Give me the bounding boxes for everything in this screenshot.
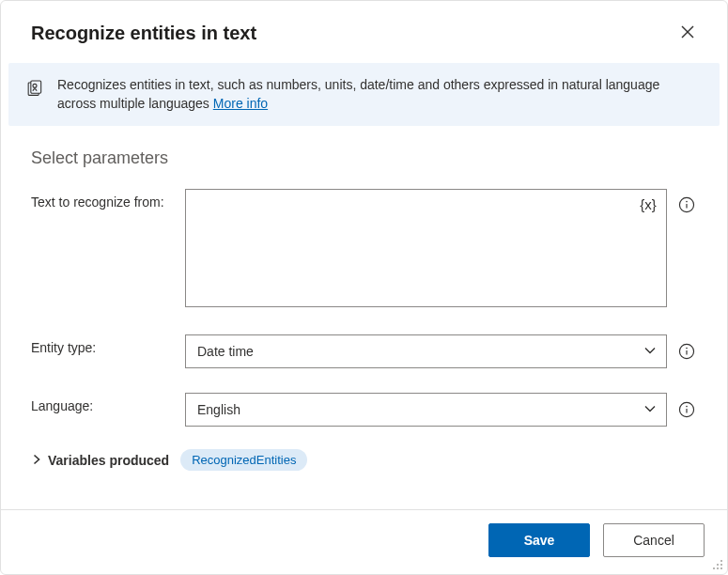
parameters-section: Select parameters Text to recognize from…	[1, 126, 727, 478]
close-icon	[681, 25, 694, 41]
dialog-header: Recognize entities in text	[1, 1, 727, 57]
dialog-footer: Save Cancel	[1, 509, 727, 574]
variables-produced-label: Variables produced	[48, 453, 169, 468]
svg-point-17	[717, 567, 719, 569]
entity-type-select[interactable]: Date time	[185, 334, 667, 368]
entities-icon	[25, 78, 44, 100]
insert-variable-button[interactable]: {x}	[635, 193, 661, 215]
resize-grip-icon[interactable]	[712, 559, 723, 570]
dialog-title: Recognize entities in text	[31, 23, 256, 44]
entity-type-value: Date time	[197, 344, 254, 359]
save-button[interactable]: Save	[488, 523, 590, 557]
svg-point-15	[717, 564, 719, 566]
svg-point-13	[720, 560, 722, 562]
close-button[interactable]	[673, 18, 703, 48]
language-select[interactable]: English	[185, 393, 667, 427]
language-value: English	[197, 402, 240, 417]
row-entity-type: Entity type: Date time	[31, 334, 697, 368]
info-banner-text: Recognizes entities in text, such as num…	[57, 76, 701, 113]
chevron-down-icon	[643, 402, 657, 418]
chevron-right-icon	[31, 453, 42, 468]
section-heading: Select parameters	[31, 148, 697, 168]
more-info-link[interactable]: More info	[213, 96, 268, 111]
text-to-recognize-field-wrap: {x}	[185, 189, 667, 310]
svg-point-18	[713, 567, 715, 569]
row-text-to-recognize: Text to recognize from: {x}	[31, 189, 697, 310]
svg-point-6	[686, 201, 688, 203]
label-entity-type: Entity type:	[31, 334, 185, 355]
svg-point-3	[33, 84, 37, 87]
variables-produced-row: Variables produced RecognizedEntities	[31, 449, 697, 471]
svg-point-16	[720, 567, 722, 569]
text-to-recognize-input[interactable]	[185, 189, 667, 307]
row-language: Language: English	[31, 393, 697, 427]
dialog: Recognize entities in text Recognizes en…	[0, 0, 728, 575]
info-icon-language[interactable]	[676, 399, 697, 420]
variables-produced-toggle[interactable]: Variables produced	[31, 453, 169, 468]
svg-point-12	[686, 406, 688, 408]
info-icon-text[interactable]	[676, 194, 697, 215]
label-text-to-recognize: Text to recognize from:	[31, 189, 185, 210]
label-language: Language:	[31, 393, 185, 413]
svg-point-14	[720, 564, 722, 566]
info-icon-entity-type[interactable]	[676, 341, 697, 362]
variable-token-icon: {x}	[640, 196, 657, 212]
info-banner-message: Recognizes entities in text, such as num…	[57, 77, 659, 111]
variable-pill-recognized-entities[interactable]: RecognizedEntities	[180, 449, 307, 471]
cancel-button[interactable]: Cancel	[603, 523, 705, 557]
svg-point-9	[686, 348, 688, 350]
chevron-down-icon	[643, 344, 657, 360]
info-banner: Recognizes entities in text, such as num…	[8, 63, 720, 126]
